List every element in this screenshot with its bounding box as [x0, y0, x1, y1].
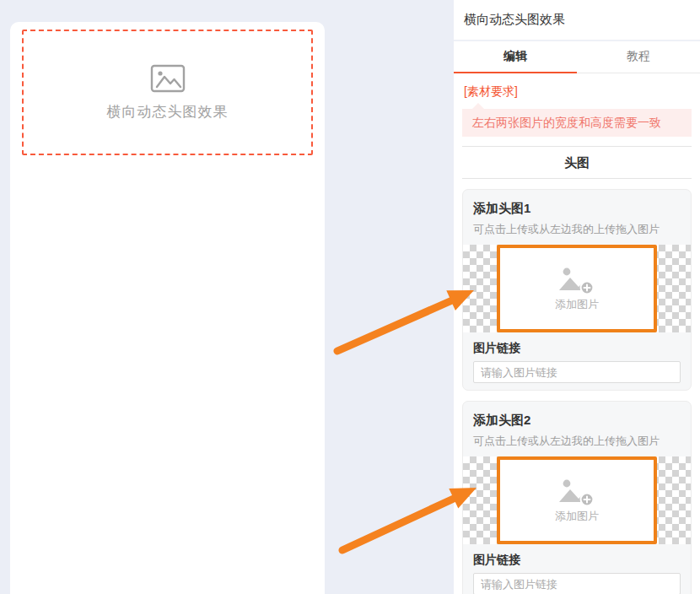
add-image-icon — [557, 266, 596, 294]
upload-label: 添加图片 — [555, 509, 599, 524]
page: { "canvas": { "placeholder_label": "横向动态… — [0, 0, 700, 594]
section-head: 头图 — [454, 146, 700, 179]
widget-placeholder[interactable]: 横向动态头图效果 — [22, 30, 313, 155]
header-image-card-2: 添加头图2 可点击上传或从左边我的上传拖入图片 添加图片 图片链接 — [462, 401, 692, 594]
header-image-card-1: 添加头图1 可点击上传或从左边我的上传拖入图片 添加图片 图片链接 — [462, 189, 692, 391]
divider — [462, 178, 692, 179]
transparency-checker: 添加图片 — [463, 456, 691, 544]
side-panel: 横向动态头图效果 编辑 教程 [素材要求] 左右两张图片的宽度和高度需要一致 头… — [454, 0, 700, 594]
card-title: 添加头图1 — [473, 201, 681, 217]
card-hint: 可点击上传或从左边我的上传拖入图片 — [473, 434, 681, 449]
upload-dropzone-1[interactable]: 添加图片 — [497, 245, 657, 332]
image-link-label: 图片链接 — [473, 341, 681, 356]
picture-icon — [150, 64, 186, 93]
panel-header: 横向动态头图效果 — [454, 0, 700, 41]
canvas-card: 横向动态头图效果 — [10, 22, 325, 594]
transparency-checker: 添加图片 — [463, 245, 691, 332]
card-hint: 可点击上传或从左边我的上传拖入图片 — [473, 222, 681, 237]
card-title: 添加头图2 — [473, 413, 681, 429]
tab-tutorial[interactable]: 教程 — [577, 41, 700, 73]
upload-dropzone-2[interactable]: 添加图片 — [497, 456, 657, 544]
image-link-label: 图片链接 — [473, 553, 681, 568]
image-link-input-2[interactable] — [473, 573, 681, 594]
material-requirement-tag: [素材要求] — [464, 84, 690, 100]
add-image-icon — [557, 478, 596, 506]
warning-note: 左右两张图片的宽度和高度需要一致 — [462, 109, 692, 137]
placeholder-label: 横向动态头图效果 — [107, 102, 229, 122]
tab-edit[interactable]: 编辑 — [454, 41, 577, 73]
image-link-input-1[interactable] — [473, 361, 681, 383]
section-title: 头图 — [454, 147, 700, 178]
upload-label: 添加图片 — [555, 297, 599, 312]
panel-title: 横向动态头图效果 — [464, 12, 565, 28]
tab-bar: 编辑 教程 — [454, 41, 700, 73]
